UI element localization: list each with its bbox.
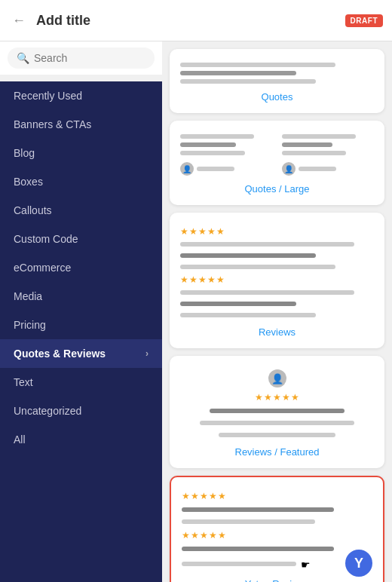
draft-badge: DRAFT bbox=[345, 14, 383, 27]
page-title: Add title bbox=[36, 13, 338, 29]
section-card-label: Reviews bbox=[259, 326, 296, 338]
sidebar-item-label: Text bbox=[14, 376, 33, 388]
sidebar-item-label: Pricing bbox=[14, 319, 46, 331]
header: ← Add title DRAFT bbox=[0, 0, 392, 41]
sidebar-item-media[interactable]: Media bbox=[0, 282, 162, 311]
section-card-label: Reviews / Featured bbox=[235, 446, 320, 458]
section-card-reviews-featured[interactable]: 👤 ★★★★★ Reviews / Featured bbox=[170, 356, 384, 468]
sections-panel: Quotes 👤 👤 Quo bbox=[162, 41, 392, 582]
reviews-featured-illustration: 👤 ★★★★★ bbox=[180, 369, 374, 439]
search-input[interactable] bbox=[34, 52, 145, 64]
section-card-label: Yotpo Reviews bbox=[245, 578, 310, 582]
sidebar-item-uncategorized[interactable]: Uncategorized bbox=[0, 397, 162, 425]
sidebar-item-text[interactable]: Text bbox=[0, 368, 162, 397]
sidebar-item-label: Uncategorized bbox=[14, 405, 81, 417]
section-card-quotes[interactable]: Quotes bbox=[170, 49, 384, 113]
quotes-large-illustration: 👤 👤 bbox=[180, 134, 374, 176]
search-input-wrap[interactable]: 🔍 bbox=[8, 47, 155, 69]
sidebar-item-label: Media bbox=[14, 290, 42, 302]
section-card-label: Quotes / Large bbox=[245, 183, 310, 195]
sidebar-item-label: Banners & CTAs bbox=[14, 118, 91, 130]
sidebar-item-label: eCommerce bbox=[14, 262, 71, 274]
yotpo-badge: Y bbox=[345, 550, 372, 577]
sidebar: Recently Used Banners & CTAs Blog Boxes … bbox=[0, 81, 162, 582]
stars-row-1: ★★★★★ bbox=[180, 226, 374, 237]
section-card-yotpo-reviews[interactable]: ★★★★★ ★★★★★ ☛ Y Yotpo Reviews bbox=[170, 476, 384, 582]
search-icon: 🔍 bbox=[17, 52, 29, 64]
sidebar-item-custom-code[interactable]: Custom Code bbox=[0, 225, 162, 253]
back-button[interactable]: ← bbox=[9, 10, 29, 32]
sidebar-item-pricing[interactable]: Pricing bbox=[0, 311, 162, 339]
sidebar-item-label: Callouts bbox=[14, 204, 52, 216]
sidebar-item-label: Custom Code bbox=[14, 233, 78, 245]
chevron-right-icon: › bbox=[145, 348, 149, 359]
sidebar-item-blog[interactable]: Blog bbox=[0, 139, 162, 167]
section-card-label: Quotes bbox=[262, 91, 293, 103]
section-card-quotes-large[interactable]: 👤 👤 Quotes / Large bbox=[170, 121, 384, 205]
stars-row-2: ★★★★★ bbox=[180, 274, 374, 285]
sidebar-item-boxes[interactable]: Boxes bbox=[0, 167, 162, 196]
sidebar-item-all[interactable]: All bbox=[0, 425, 162, 454]
sidebar-item-ecommerce[interactable]: eCommerce bbox=[0, 253, 162, 282]
sidebar-item-callouts[interactable]: Callouts bbox=[0, 196, 162, 225]
sidebar-item-banners-ctas[interactable]: Banners & CTAs bbox=[0, 110, 162, 139]
sidebar-item-quotes-reviews[interactable]: Quotes & Reviews › bbox=[0, 339, 162, 368]
reviews-illustration: ★★★★★ ★★★★★ bbox=[180, 226, 374, 319]
section-card-reviews[interactable]: ★★★★★ ★★★★★ Reviews bbox=[170, 213, 384, 348]
sidebar-item-label: Boxes bbox=[14, 176, 43, 188]
sidebar-item-label: All bbox=[14, 433, 26, 446]
sidebar-item-label: Blog bbox=[14, 147, 35, 159]
cursor-icon: ☛ bbox=[301, 559, 311, 571]
sidebar-item-label: Quotes & Reviews bbox=[14, 348, 106, 360]
sidebar-item-label: Recently Used bbox=[14, 90, 82, 102]
sidebar-item-recently-used[interactable]: Recently Used bbox=[0, 81, 162, 110]
stars-featured: ★★★★★ bbox=[255, 392, 300, 403]
yotpo-illustration: ★★★★★ ★★★★★ ☛ Y bbox=[182, 491, 372, 571]
stars-yotpo-2: ★★★★★ bbox=[182, 530, 372, 541]
quotes-illustration bbox=[180, 63, 374, 84]
search-bar: 🔍 bbox=[0, 41, 162, 75]
stars-yotpo-1: ★★★★★ bbox=[182, 491, 372, 501]
